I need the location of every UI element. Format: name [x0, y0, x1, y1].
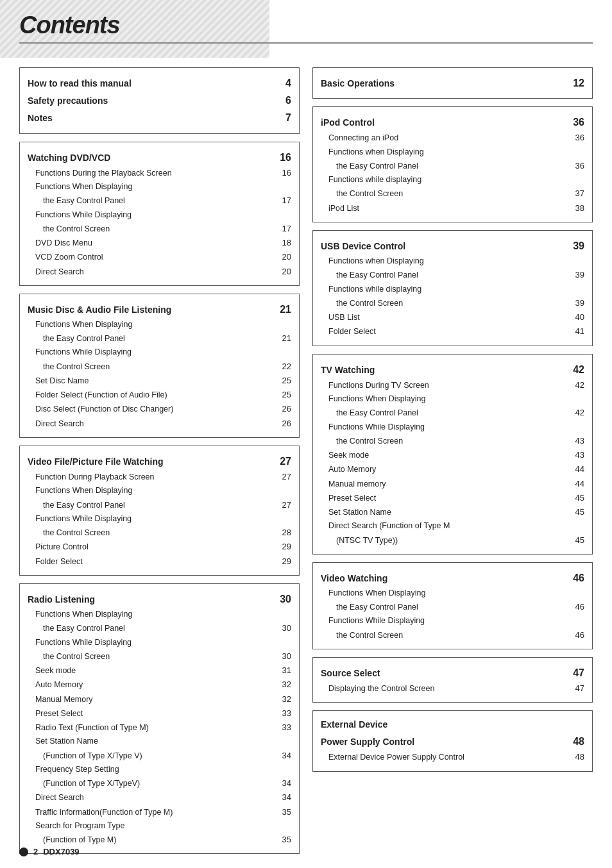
toc-page: 27 — [282, 498, 291, 512]
music-box: Music Disc & Audio File Listening 21 Fun… — [19, 294, 300, 438]
toc-page: 4 — [285, 74, 291, 92]
toc-label: Preset Select — [328, 492, 376, 505]
toc-row: (NTSC TV Type)) 45 — [321, 533, 584, 547]
toc-label: Functions when Displaying — [328, 255, 424, 268]
right-column: Basic Operations 12 iPod Control 36 Conn… — [312, 67, 593, 854]
toc-label: Traffic Information(Function of Type M) — [35, 806, 173, 819]
source-select-title: Source Select 47 — [321, 664, 584, 681]
toc-page: 39 — [575, 296, 584, 310]
toc-label: Functions While Displaying — [35, 512, 132, 526]
toc-page: 20 — [282, 250, 291, 264]
toc-row: Frequency Step Setting — [28, 763, 291, 776]
toc-label: the Easy Control Panel — [43, 194, 125, 208]
toc-row: the Control Screen 30 — [28, 649, 291, 664]
toc-page: 29 — [282, 540, 291, 554]
toc-row: Direct Search (Function of Type M — [321, 519, 584, 533]
toc-page: 6 — [285, 92, 291, 109]
toc-page: 28 — [282, 526, 291, 540]
toc-label: Functions While Displaying — [35, 208, 132, 222]
toc-row: VCD Zoom Control 20 — [28, 250, 291, 264]
toc-label: Folder Select — [328, 325, 376, 338]
usb-box: USB Device Control 39 Functions when Dis… — [312, 230, 593, 346]
toc-row: the Easy Control Panel 27 — [28, 498, 291, 512]
toc-label: VCD Zoom Control — [35, 251, 103, 264]
toc-label: the Control Screen — [336, 629, 403, 642]
toc-row: Folder Select 41 — [321, 324, 584, 338]
toc-label: (Function of Type X/TypeV) — [43, 777, 140, 790]
toc-row: Functions when Displaying — [321, 255, 584, 268]
toc-label: Preset Select — [35, 707, 83, 721]
toc-page: 26 — [282, 417, 291, 431]
toc-page: 48 — [573, 733, 584, 750]
toc-row: Seek mode 43 — [321, 448, 584, 462]
footer-model: DDX7039 — [43, 847, 79, 856]
toc-row: Direct Search 20 — [28, 265, 291, 279]
toc-page: 34 — [282, 749, 291, 763]
dvd-title: Watching DVD/VCD 16 — [28, 149, 291, 166]
toc-page: 25 — [282, 374, 291, 388]
ext-device-title2: Power Supply Control 48 — [321, 733, 584, 750]
toc-row: Radio Text (Function of Type M) 33 — [28, 721, 291, 735]
toc-label: the Easy Control Panel — [336, 406, 418, 420]
toc-label: TV Watching — [321, 363, 375, 378]
toc-page: 30 — [280, 590, 291, 608]
toc-row: Functions When Displaying — [321, 587, 584, 600]
toc-label: the Easy Control Panel — [336, 269, 418, 282]
toc-page: 16 — [280, 149, 291, 166]
toc-label: Direct Search — [35, 265, 84, 279]
page-title: Contents — [19, 12, 593, 39]
footer-dot — [19, 847, 28, 856]
toc-label: Safety precautions — [28, 94, 108, 109]
toc-row: Manual Memory 32 — [28, 692, 291, 706]
toc-row: Preset Select 33 — [28, 706, 291, 721]
toc-label: Seek mode — [35, 664, 76, 678]
toc-label: Functions While Displaying — [328, 421, 425, 434]
toc-label: Functions When Displaying — [35, 608, 132, 621]
toc-page: 44 — [575, 477, 584, 491]
toc-row: Functions while displaying — [321, 283, 584, 296]
toc-row: Functions When Displaying — [321, 392, 584, 406]
toc-page: 21 — [282, 331, 291, 346]
toc-label: (Function of Type M) — [43, 833, 116, 847]
toc-page: 29 — [282, 555, 291, 569]
toc-row: Functions While Displaying — [321, 614, 584, 628]
toc-label: Manual Memory — [35, 693, 93, 706]
toc-page: 22 — [282, 360, 291, 374]
toc-page: 43 — [575, 434, 584, 448]
toc-page: 41 — [575, 324, 584, 338]
toc-row: the Control Screen 17 — [28, 222, 291, 236]
toc-row: Direct Search 26 — [28, 417, 291, 431]
toc-label: the Easy Control Panel — [43, 332, 125, 346]
toc-page: 46 — [575, 628, 584, 642]
toc-page: 16 — [282, 166, 291, 180]
toc-page: 42 — [575, 378, 584, 392]
toc-label: the Control Screen — [336, 435, 403, 448]
toc-label: Power Supply Control — [321, 735, 414, 750]
video-file-box: Video File/Picture File Watching 27 Func… — [19, 446, 300, 576]
toc-label: Folder Select — [35, 555, 83, 569]
toc-row: Folder Select 29 — [28, 555, 291, 569]
main-content: How to read this manual 4 Safety precaut… — [0, 61, 612, 867]
toc-label: the Control Screen — [43, 650, 110, 664]
toc-label: Video Watching — [321, 571, 387, 587]
toc-label: Folder Select (Function of Audio File) — [35, 388, 167, 402]
toc-page: 35 — [282, 833, 291, 847]
toc-label: the Easy Control Panel — [43, 499, 125, 512]
toc-row: Picture Control 29 — [28, 540, 291, 554]
toc-label: Functions When Displaying — [35, 180, 132, 194]
header-divider — [19, 42, 593, 44]
toc-page: 32 — [282, 692, 291, 706]
toc-label: Functions When Displaying — [35, 318, 132, 331]
toc-page: 36 — [573, 113, 584, 131]
toc-row: the Control Screen 28 — [28, 526, 291, 540]
video-watching-box: Video Watching 46 Functions When Display… — [312, 562, 593, 649]
toc-page: 33 — [282, 706, 291, 721]
toc-page: 34 — [282, 790, 291, 805]
toc-row: Manual memory 44 — [321, 477, 584, 491]
toc-label: Functions when Displaying — [328, 146, 424, 159]
ipod-box: iPod Control 36 Connecting an iPod 36 Fu… — [312, 106, 593, 222]
toc-page: 40 — [575, 310, 584, 324]
toc-label: Functions When Displaying — [328, 587, 425, 600]
header-area: Contents — [0, 0, 612, 61]
toc-page: 42 — [573, 361, 584, 378]
